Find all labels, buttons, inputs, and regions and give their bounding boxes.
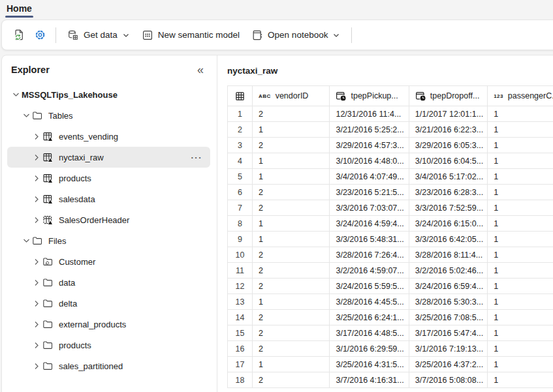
chevron-right-icon[interactable] bbox=[31, 277, 42, 288]
open-notebook-button[interactable]: Open notebook bbox=[245, 25, 346, 46]
column-header-vendorID[interactable]: ABCvendorID bbox=[253, 86, 330, 106]
database-icon bbox=[67, 29, 79, 41]
tree-item-external_products[interactable]: external_products bbox=[7, 314, 210, 335]
tree-item-nyctaxi_raw[interactable]: nyctaxi_raw··· bbox=[7, 147, 210, 168]
data-cell: 2 bbox=[253, 372, 330, 388]
tree-item-delta[interactable]: delta bbox=[7, 293, 210, 314]
chevron-right-icon[interactable] bbox=[31, 173, 42, 183]
column-header-row-number[interactable] bbox=[228, 86, 253, 106]
data-cell: 3/10/2016 4:48:0... bbox=[330, 153, 409, 169]
folder-icon bbox=[32, 235, 45, 246]
table-row: 623/23/2016 5:21:5...3/23/2016 6:28:3...… bbox=[228, 185, 553, 200]
chevron-right-icon[interactable] bbox=[31, 215, 42, 225]
folder-icon bbox=[32, 110, 45, 121]
table-preview-title: nyctaxi_raw bbox=[227, 66, 553, 76]
data-cell: 3/29/2016 4:57:3... bbox=[330, 138, 409, 153]
tree-item-events_vending[interactable]: events_vending bbox=[7, 126, 210, 147]
chevron-down-icon[interactable] bbox=[10, 89, 22, 100]
chevron-right-icon[interactable] bbox=[31, 319, 42, 329]
data-cell: 2 bbox=[253, 263, 330, 279]
tree-item-MSSQLTips_Lakehouse[interactable]: MSSQLTips_Lakehouse bbox=[7, 84, 210, 105]
data-cell: 3/1/2016 6:29:59... bbox=[330, 341, 409, 357]
number-type-icon: 123 bbox=[494, 93, 503, 99]
chevron-right-icon[interactable] bbox=[31, 152, 42, 162]
data-cell: 3/25/2016 4:31:5... bbox=[330, 357, 409, 372]
table-row: 1623/1/2016 6:29:59...3/1/2016 7:19:13..… bbox=[228, 341, 553, 357]
data-cell: 1 bbox=[488, 372, 553, 388]
data-cell: 1 bbox=[488, 357, 553, 372]
table-body: 1212/31/2016 11:4...1/1/2017 12:01:1...1… bbox=[228, 106, 553, 388]
tab-home-label: Home bbox=[7, 3, 32, 14]
data-cell: 1 bbox=[488, 138, 553, 153]
new-semantic-model-button[interactable]: New semantic model bbox=[136, 25, 245, 46]
row-number-cell: 18 bbox=[228, 372, 253, 388]
settings-button[interactable] bbox=[29, 25, 50, 46]
explorer-pane: Explorer « MSSQLTips_LakehouseTableseven… bbox=[2, 55, 217, 392]
chevron-right-icon[interactable] bbox=[31, 298, 42, 309]
folder-icon bbox=[42, 361, 55, 371]
chevron-right-icon[interactable] bbox=[31, 256, 42, 267]
column-header-passengerC...[interactable]: 123passengerC... bbox=[488, 86, 553, 106]
tree-item-data[interactable]: data bbox=[7, 272, 210, 293]
data-cell: 3/10/2016 6:04:5... bbox=[409, 153, 487, 169]
tree-item-sales_partitioned[interactable]: sales_partitioned bbox=[7, 355, 210, 376]
column-header-content: ABCvendorID bbox=[259, 91, 325, 100]
data-cell: 3/28/2016 8:11:4... bbox=[409, 247, 487, 263]
tree-item-products[interactable]: products bbox=[7, 335, 210, 355]
data-cell: 2 bbox=[253, 310, 330, 325]
data-cell: 3/2/2016 4:59:07... bbox=[330, 263, 409, 279]
table-row: 513/4/2016 4:07:49...3/4/2016 5:17:02...… bbox=[228, 169, 553, 185]
chevron-right-icon[interactable] bbox=[31, 361, 42, 371]
data-cell: 1 bbox=[488, 232, 553, 247]
tree-item-label: products bbox=[59, 340, 91, 350]
column-header-tpepDropoff...[interactable]: tpepDropoff... bbox=[409, 86, 487, 106]
tree-item-products[interactable]: products bbox=[7, 168, 210, 188]
data-cell: 2 bbox=[253, 247, 330, 263]
tree-item-salesdata[interactable]: salesdata bbox=[7, 188, 210, 209]
data-cell: 3/21/2016 6:22:3... bbox=[409, 122, 487, 138]
more-options-icon[interactable]: ··· bbox=[191, 153, 211, 162]
data-cell: 1 bbox=[488, 122, 553, 138]
data-cell: 2 bbox=[253, 200, 330, 216]
delta-table-unidentified-icon bbox=[42, 215, 55, 225]
get-data-button[interactable]: Get data bbox=[61, 25, 136, 46]
chevron-right-icon[interactable] bbox=[31, 131, 42, 142]
column-header-label: vendorID bbox=[276, 91, 309, 100]
chevron-down-icon[interactable] bbox=[20, 235, 32, 246]
table-row: 1823/7/2016 4:16:31...3/7/2016 5:08:08..… bbox=[228, 372, 553, 388]
data-cell: 1 bbox=[488, 294, 553, 310]
row-number-cell: 16 bbox=[228, 341, 253, 357]
data-cell: 1 bbox=[253, 122, 330, 138]
column-header-tpepPickup...[interactable]: tpepPickup... bbox=[330, 86, 409, 106]
table-row: 1313/28/2016 4:45:5...3/28/2016 5:30:3..… bbox=[228, 294, 553, 310]
tree-item-label: products bbox=[59, 173, 91, 183]
collapse-pane-icon[interactable]: « bbox=[195, 63, 206, 77]
table-row: 1223/24/2016 5:59:5...3/24/2016 6:59:4..… bbox=[228, 279, 553, 294]
chevron-right-icon[interactable] bbox=[31, 340, 42, 350]
tree-item-Tables[interactable]: Tables bbox=[7, 105, 210, 126]
tree-item-label: sales_partitioned bbox=[59, 361, 123, 371]
data-cell: 3/4/2016 4:07:49... bbox=[330, 169, 409, 185]
tree-item-Files[interactable]: Files bbox=[7, 230, 210, 251]
table-row: 1523/17/2016 4:48:5...3/17/2016 5:47:4..… bbox=[228, 325, 553, 341]
chevron-right-icon[interactable] bbox=[31, 194, 42, 204]
data-cell: 3/7/2016 5:08:08... bbox=[409, 372, 487, 388]
open-notebook-label: Open notebook bbox=[268, 30, 328, 40]
column-header-content: tpepDropoff... bbox=[415, 91, 483, 101]
tree-item-label: events_vending bbox=[59, 132, 118, 142]
tab-home[interactable]: Home bbox=[5, 1, 33, 19]
row-number-cell: 10 bbox=[228, 247, 253, 263]
row-number-cell: 15 bbox=[228, 325, 253, 341]
tree-item-label: Files bbox=[48, 236, 66, 246]
tree-item-Customer[interactable]: Customer bbox=[7, 251, 210, 272]
folder-icon bbox=[42, 340, 55, 350]
chevron-down-icon[interactable] bbox=[20, 110, 32, 121]
delta-table-icon bbox=[42, 194, 55, 204]
refresh-button[interactable] bbox=[8, 25, 29, 46]
data-cell: 2 bbox=[253, 341, 330, 357]
tree-item-SalesOrderHeader[interactable]: SalesOrderHeader bbox=[7, 209, 210, 230]
column-header-label: passengerC... bbox=[508, 91, 553, 100]
datetime-icon bbox=[336, 91, 346, 101]
column-header-content bbox=[228, 91, 252, 101]
data-cell: 3/21/2016 5:25:2... bbox=[330, 122, 409, 138]
